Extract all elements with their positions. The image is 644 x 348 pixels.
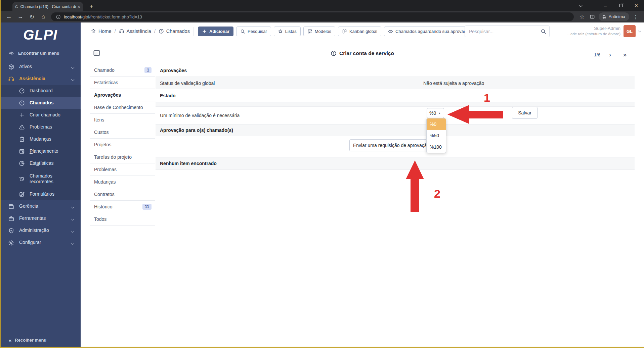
modelos-button[interactable]: Modelos: [303, 27, 335, 36]
arrow-right-icon: [9, 50, 14, 56]
tab-projetos[interactable]: Projetos: [90, 139, 155, 151]
tab-itens[interactable]: Itens: [90, 114, 155, 126]
tab-historico[interactable]: Histórico11: [90, 201, 155, 213]
incognito-badge[interactable]: Anônima: [599, 12, 629, 21]
home-button[interactable]: ⌂: [38, 12, 49, 21]
search-input[interactable]: [465, 26, 550, 37]
chamados-aguardando-sua-aprovacao-button[interactable]: Chamados aguardando sua aprovação: [384, 27, 475, 36]
window-close-button[interactable]: ×: [629, 0, 644, 11]
sidebar-item-label: Planejamento: [30, 148, 58, 154]
sidebar-item-dashboard[interactable]: Dashboard: [0, 85, 81, 97]
window-minimize-button[interactable]: –: [598, 0, 613, 11]
breadcrumb-assistencia[interactable]: Assistência: [119, 29, 151, 34]
tab-chamado[interactable]: Chamado1: [90, 64, 155, 77]
tab-estatisticas[interactable]: Estatísticas: [90, 77, 155, 89]
box-icon: [8, 64, 14, 70]
global-search: [465, 26, 550, 37]
reload-button[interactable]: ↻: [26, 12, 38, 21]
chevron-down-icon: [638, 29, 641, 32]
sidebar-item-label: Problemas: [30, 124, 52, 130]
chevron-down-icon: [71, 205, 75, 209]
validation-percent-select[interactable]: %0 ▲: [427, 108, 444, 118]
tab-contratos[interactable]: Contratos: [90, 188, 155, 201]
sidebar-item-label: Formulários: [30, 191, 54, 197]
caret-up-icon: ▲: [438, 112, 441, 115]
tab-todos[interactable]: Todos: [90, 213, 155, 226]
chevron-down-icon: [71, 78, 75, 81]
dropdown-option-pct50[interactable]: %50: [427, 130, 446, 141]
glpi-favicon: G: [15, 5, 18, 9]
browser-menu-button[interactable]: ⋮: [631, 12, 641, 21]
next-item-button[interactable]: ›: [605, 50, 615, 60]
sidebar-item-label: Assistência: [19, 76, 45, 82]
tab-tarefas-do-projeto[interactable]: Tarefas do projeto: [90, 151, 155, 163]
pesquisar-button[interactable]: Pesquisar: [236, 27, 271, 36]
last-item-button[interactable]: »: [620, 50, 630, 60]
tab-search-chevron-icon[interactable]: [573, 0, 587, 11]
sidebar-item-chamados-recorrentes[interactable]: Chamados recorrentes: [0, 169, 81, 188]
select-value: %0: [429, 110, 436, 116]
window-maximize-button[interactable]: [613, 0, 629, 11]
sidebar-item-planejamento[interactable]: Planejamento: [0, 145, 81, 157]
min-validation-label: Um mínimo de validação é necessária: [160, 113, 423, 118]
sidebar-item-gerencia[interactable]: Gerência: [0, 200, 81, 212]
alert-circle-icon: [159, 29, 164, 34]
bookmark-star-icon[interactable]: ☆: [577, 12, 587, 21]
tab-close-icon[interactable]: ×: [78, 4, 80, 9]
wallet-icon: [8, 203, 14, 210]
app-header: Home/Assistência/Chamados AdicionarPesqu…: [81, 22, 644, 40]
breadcrumb-chamados[interactable]: Chamados: [159, 29, 190, 34]
sidebar-item-ferramentas[interactable]: Ferramentas: [0, 212, 81, 225]
tab-custos[interactable]: Custos: [90, 126, 155, 139]
kanban-global-button[interactable]: Kanban global: [338, 27, 381, 36]
url-text: localhost/glpi/front/ticket.form.php?id=…: [64, 14, 142, 19]
sidebar-item-criar-chamado[interactable]: Criar chamado: [0, 109, 81, 121]
forward-button[interactable]: →: [15, 12, 26, 21]
sidebar-item-chamados[interactable]: Chamados: [0, 97, 81, 109]
empty-list-header: Nenhum item encontrado: [156, 157, 635, 170]
tab-problemas[interactable]: Problemas: [90, 163, 155, 176]
pager-count: 1/6: [594, 52, 600, 57]
breadcrumb-home[interactable]: Home: [91, 29, 112, 34]
sidebar-item-label: Mudanças: [30, 136, 51, 142]
browser-tab[interactable]: G Chamado (#13) - Criar conta de s ×: [12, 2, 83, 11]
plus-icon: [19, 112, 25, 118]
sidebar-menu: AtivosAssistênciaDashboardChamadosCriar …: [0, 61, 81, 249]
headset-icon: [8, 76, 14, 82]
sidebar-item-ativos[interactable]: Ativos: [0, 61, 81, 73]
ticket-approval-section-header: Aprovação para o(s) chamado(s): [156, 124, 635, 136]
back-button[interactable]: ←: [3, 12, 15, 21]
sidebar-item-label: Ativos: [19, 64, 32, 70]
alarm-icon: [19, 176, 25, 182]
incognito-label: Anônima: [609, 14, 625, 19]
tab-aprovacoes[interactable]: Aprovações: [90, 89, 156, 101]
tab-mudancas[interactable]: Mudanças: [90, 176, 155, 188]
calendar-clock-icon: [19, 148, 25, 154]
save-button[interactable]: Salvar: [512, 107, 538, 119]
collapse-menu-button[interactable]: « Recolher menu: [0, 332, 81, 348]
plus-icon: [202, 29, 207, 34]
sidebar-item-administracao[interactable]: Administração: [0, 225, 81, 237]
side-panel-icon[interactable]: [587, 12, 597, 21]
sidebar-item-problemas[interactable]: Problemas: [0, 121, 81, 133]
breadcrumb: Home/Assistência/Chamados: [91, 22, 190, 40]
send-approval-request-button[interactable]: Enviar uma requisição de aprovação: [349, 139, 434, 151]
user-menu[interactable]: Super-Admin ...ade raiz (estrutura de ár…: [567, 25, 641, 37]
adicionar-button[interactable]: Adicionar: [198, 27, 233, 36]
sidebar-item-mudancas[interactable]: Mudanças: [0, 133, 81, 145]
sidebar-item-formularios[interactable]: Formulários: [0, 188, 81, 200]
new-tab-button[interactable]: +: [87, 2, 96, 11]
dropdown-option-pct100[interactable]: %100: [427, 141, 446, 153]
sidebar-item-assistencia[interactable]: Assistência: [0, 73, 81, 85]
listas-button[interactable]: Listas: [274, 27, 301, 36]
sidebar-item-configurar[interactable]: Configurar: [0, 237, 81, 249]
url-bar[interactable]: localhost/glpi/front/ticket.form.php?id=…: [51, 12, 574, 21]
tab-base-de-conhecimento[interactable]: Base de Conhecimento: [90, 101, 155, 114]
sidebar-item-estatisticas[interactable]: Estatísticas: [0, 157, 81, 169]
chevron-down-icon: [71, 230, 75, 233]
state-section-header: Estado: [156, 89, 635, 102]
alert-circle-icon: [331, 50, 337, 56]
dropdown-option-pct0[interactable]: %0: [427, 118, 446, 130]
find-menu-button[interactable]: Encontrar um menu: [0, 47, 81, 59]
shield-check-icon: [8, 228, 14, 234]
